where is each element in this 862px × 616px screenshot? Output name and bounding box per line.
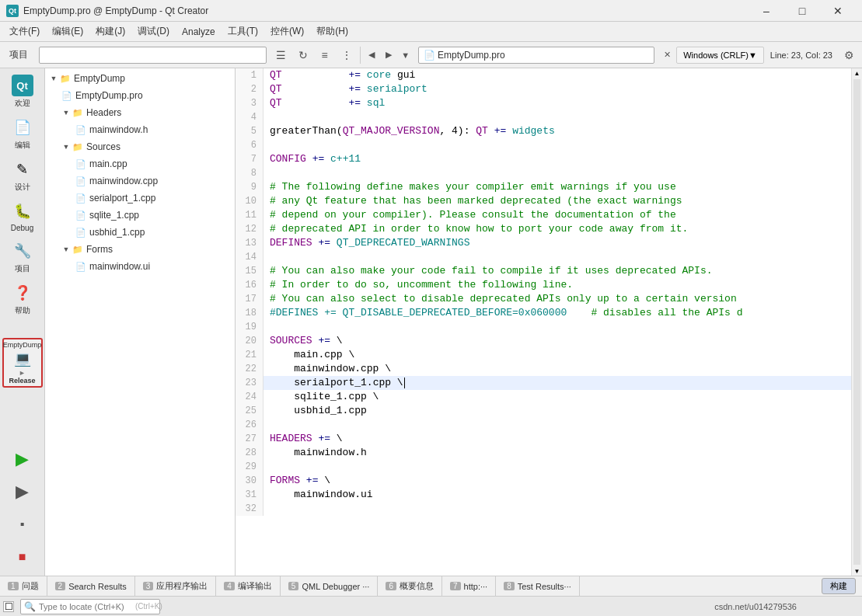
encoding-selector[interactable]: Windows (CRLF) ▼ — [676, 47, 764, 64]
run-debug-button[interactable]: ▶ — [7, 476, 38, 507]
tree-root[interactable]: ▼ 📁 EmptyDump — [45, 70, 235, 87]
tree-sources-folder[interactable]: ▼ 📁 Sources — [45, 138, 235, 155]
code-line-30[interactable]: 30FORMS += \ — [236, 474, 851, 488]
bottom-tab-overview[interactable]: 6 概要信息 — [378, 576, 442, 597]
projects-label: 项目 — [15, 263, 30, 274]
tab-num-7: 7 — [450, 582, 461, 590]
tree-forms-folder[interactable]: ▼ 📁 Forms — [45, 241, 235, 258]
close-tab[interactable]: ✕ — [659, 47, 675, 63]
nav-back[interactable]: ◀ — [364, 47, 379, 63]
code-line-27[interactable]: 27HEADERS += \ — [236, 432, 851, 446]
tree-main-cpp[interactable]: 📄 main.cpp — [45, 155, 235, 172]
scroll-up-btn[interactable]: ▲ — [852, 68, 862, 78]
run-button[interactable]: ▶ — [7, 444, 38, 475]
collapse-button[interactable]: ≡ — [315, 45, 335, 65]
code-line-4[interactable]: 4 — [236, 110, 851, 124]
code-line-17[interactable]: 17# You can also select to disable depre… — [236, 292, 851, 306]
kit-box[interactable]: EmptyDump 💻 ► Release — [2, 338, 43, 388]
bottom-tab-issues[interactable]: 1 问题 — [0, 576, 47, 597]
sidebar-item-welcome[interactable]: Qt 欢迎 — [2, 71, 43, 112]
code-line-11[interactable]: 11# depend on your compiler). Please con… — [236, 208, 851, 222]
search-input[interactable] — [39, 602, 132, 611]
tree-usbhid-cpp[interactable]: 📄 usbhid_1.cpp — [45, 224, 235, 241]
code-line-3[interactable]: 3QT += sql — [236, 96, 851, 110]
tree-mainwindow-cpp[interactable]: 📄 mainwindow.cpp — [45, 172, 235, 190]
code-line-5[interactable]: 5greaterThan(QT_MAJOR_VERSION, 4): QT +=… — [236, 124, 851, 138]
settings-button[interactable]: ⚙ — [839, 45, 859, 65]
line-number-9: 9 — [236, 180, 263, 194]
code-line-24[interactable]: 24 sqlite_1.cpp \ — [236, 390, 851, 404]
code-line-31[interactable]: 31 mainwindow.ui — [236, 488, 851, 502]
minimize-button[interactable]: – — [749, 0, 784, 23]
code-line-16[interactable]: 16# In order to do so, uncomment the fol… — [236, 278, 851, 292]
stop-button[interactable]: ■ — [7, 541, 38, 572]
sidebar-item-design[interactable]: ✎ 设计 — [2, 155, 43, 196]
code-line-25[interactable]: 25 usbhid_1.cpp — [236, 404, 851, 418]
code-line-23[interactable]: 23 serialport_1.cpp \ — [236, 376, 851, 390]
tree-sqlite-cpp[interactable]: 📄 sqlite_1.cpp — [45, 207, 235, 224]
bottom-tab-compile[interactable]: 4 编译输出 — [216, 576, 281, 597]
code-line-32[interactable]: 32 — [236, 502, 851, 516]
code-line-21[interactable]: 21 main.cpp \ — [236, 348, 851, 362]
code-editor[interactable]: 1QT += core gui2QT += serialport3QT += s… — [236, 68, 851, 576]
status-left-btn[interactable]: ☐ — [3, 601, 14, 612]
bottom-tab-test[interactable]: 8 Test Results··· — [496, 576, 580, 597]
nav-forward[interactable]: ▶ — [381, 47, 396, 63]
nav-down[interactable]: ▼ — [398, 47, 414, 63]
editor-scrollbar[interactable]: ▲ ▼ — [851, 68, 862, 576]
menu-tools[interactable]: 工具(T) — [222, 23, 264, 40]
build-float-button[interactable]: 构建 — [822, 578, 856, 594]
code-line-10[interactable]: 10# any Qt feature that has been marked … — [236, 194, 851, 208]
code-line-6[interactable]: 6 — [236, 138, 851, 152]
maximize-button[interactable]: □ — [784, 0, 820, 23]
build-only-button[interactable]: ▪ — [7, 509, 38, 540]
menu-widget[interactable]: 控件(W) — [264, 23, 310, 40]
scroll-thumb[interactable] — [853, 79, 860, 565]
sidebar-item-debug[interactable]: 🐛 Debug — [2, 197, 43, 235]
menu-analyze[interactable]: Analyze — [176, 23, 222, 40]
code-line-28[interactable]: 28 mainwindow.h — [236, 446, 851, 460]
bottom-tab-appoutput[interactable]: 3 应用程序输出 — [135, 576, 217, 597]
menu-file[interactable]: 文件(F) — [3, 23, 46, 40]
tree-pro-file[interactable]: 📄 EmptyDump.pro — [45, 87, 235, 104]
tree-serialport-cpp[interactable]: 📄 serialport_1.cpp — [45, 190, 235, 207]
code-line-8[interactable]: 8 — [236, 166, 851, 180]
code-line-1[interactable]: 1QT += core gui — [236, 68, 851, 82]
code-line-7[interactable]: 7CONFIG += c++11 — [236, 152, 851, 166]
tree-headers-folder[interactable]: ▼ 📁 Headers — [45, 104, 235, 121]
code-line-9[interactable]: 9# The following define makes your compi… — [236, 180, 851, 194]
code-line-12[interactable]: 12# deprecated API in order to know how … — [236, 222, 851, 236]
line-number-32: 32 — [236, 502, 263, 516]
sidebar-item-help[interactable]: ❓ 帮助 — [2, 279, 43, 319]
kit-section: EmptyDump 💻 ► Release — [2, 338, 43, 388]
code-line-26[interactable]: 26 — [236, 418, 851, 432]
scroll-down-btn[interactable]: ▼ — [852, 566, 862, 576]
sidebar-item-edit[interactable]: 📄 编辑 — [2, 113, 43, 154]
code-line-29[interactable]: 29 — [236, 460, 851, 474]
expand-button[interactable]: ⋮ — [337, 45, 357, 65]
menu-edit[interactable]: 编辑(E) — [46, 23, 89, 40]
tree-mainwindow-h[interactable]: 📄 mainwindow.h — [45, 121, 235, 138]
code-line-18[interactable]: 18#DEFINES += QT_DISABLE_DEPRECATED_BEFO… — [236, 306, 851, 320]
line-content-6 — [263, 138, 851, 152]
code-line-22[interactable]: 22 mainwindow.cpp \ — [236, 362, 851, 376]
menu-help[interactable]: 帮助(H) — [310, 23, 354, 40]
sync-button[interactable]: ↻ — [293, 45, 313, 65]
code-line-14[interactable]: 14 — [236, 250, 851, 264]
code-line-19[interactable]: 19 — [236, 320, 851, 334]
code-line-20[interactable]: 20SOURCES += \ — [236, 334, 851, 348]
breadcrumb-editor[interactable]: 📄 EmptyDump.pro — [418, 47, 655, 64]
bottom-tab-qml[interactable]: 5 QML Debugger ··· — [281, 576, 379, 597]
bottom-tab-http[interactable]: 7 http:··· — [442, 576, 496, 597]
bottom-tab-search[interactable]: 2 Search Results — [47, 576, 135, 597]
code-line-13[interactable]: 13DEFINES += QT_DEPRECATED_WARNINGS — [236, 236, 851, 250]
sidebar-item-projects[interactable]: 🔧 项目 — [2, 237, 43, 277]
menu-debug[interactable]: 调试(D) — [131, 23, 176, 40]
code-line-15[interactable]: 15# You can also make your code fail to … — [236, 264, 851, 278]
tree-mainwindow-ui[interactable]: 📄 mainwindow.ui — [45, 258, 235, 275]
search-box[interactable]: 🔍 (Ctrl+K) — [20, 599, 160, 614]
filter-button[interactable]: ☰ — [271, 45, 291, 65]
close-button[interactable]: ✕ — [820, 0, 856, 23]
menu-build[interactable]: 构建(J) — [89, 23, 131, 40]
code-line-2[interactable]: 2QT += serialport — [236, 82, 851, 96]
